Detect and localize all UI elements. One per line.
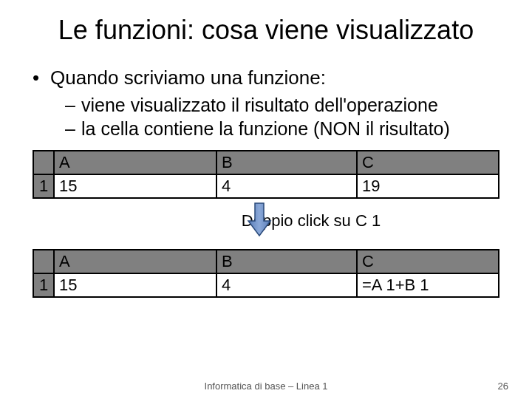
sub-bullet-1: – viene visualizzato il risultato dell'o… [65,94,499,116]
corner-cell [33,151,54,174]
row-header-1: 1 [33,174,54,198]
bullet-dash: – [65,117,81,140]
cell-b1: 4 [216,174,357,198]
col-header-c: C [357,151,499,174]
footer-text: Informatica di base – Linea 1 [205,381,328,392]
sub-bullet-1-text: viene visualizzato il risultato dell'ope… [81,94,438,116]
corner-cell [33,250,54,273]
col-header-a: A [54,250,216,273]
result-table: A B C 1 15 4 19 [33,150,499,199]
col-header-c: C [357,250,499,273]
cell-a1: 15 [54,174,216,198]
cell-a1: 15 [54,273,216,297]
cell-b1: 4 [216,273,357,297]
col-header-b: B [216,151,357,174]
col-header-a: A [54,151,216,174]
main-bullet: • Quando scriviamo una funzione: [33,66,499,89]
sub-bullet-2-text: la cella contiene la funzione (NON il ri… [81,117,450,140]
main-bullet-text: Quando scriviamo una funzione: [50,66,326,89]
col-header-b: B [216,250,357,273]
footer: Informatica di base – Linea 1 26 [0,381,532,392]
down-arrow-icon [247,202,272,237]
arrow-caption-row: Doppio click su C 1 [33,203,499,239]
cell-c1: 19 [357,174,499,198]
slide-title: Le funzioni: cosa viene visualizzato [33,15,499,46]
formula-table: A B C 1 15 4 =A 1+B 1 [33,249,499,298]
sub-bullet-2: – la cella contiene la funzione (NON il … [65,117,499,140]
cell-c1-formula: =A 1+B 1 [357,273,499,297]
bullet-dot: • [33,66,50,89]
page-number: 26 [498,381,508,392]
bullet-dash: – [65,94,81,116]
row-header-1: 1 [33,273,54,297]
